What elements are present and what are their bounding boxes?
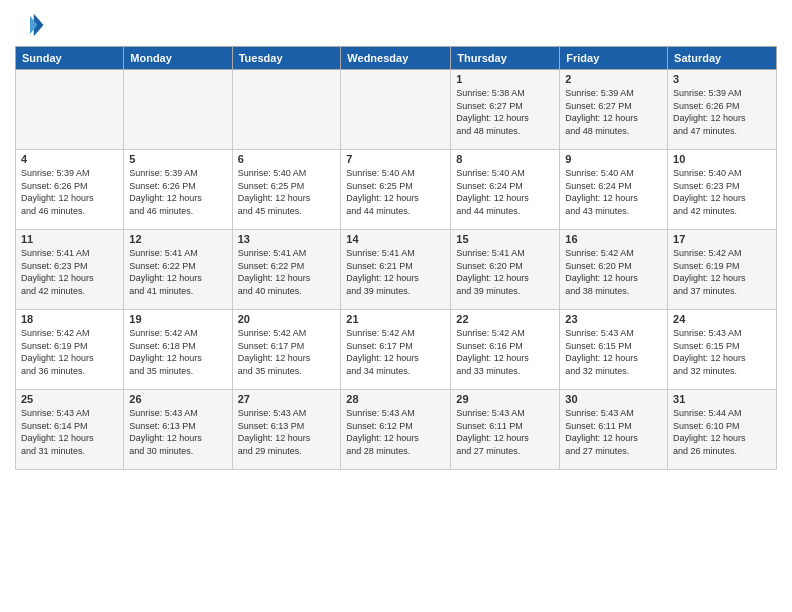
day-info: Sunrise: 5:40 AM Sunset: 6:23 PM Dayligh… bbox=[673, 167, 771, 217]
day-info: Sunrise: 5:43 AM Sunset: 6:12 PM Dayligh… bbox=[346, 407, 445, 457]
day-number: 24 bbox=[673, 313, 771, 325]
day-number: 27 bbox=[238, 393, 336, 405]
day-info: Sunrise: 5:42 AM Sunset: 6:20 PM Dayligh… bbox=[565, 247, 662, 297]
day-number: 11 bbox=[21, 233, 118, 245]
day-info: Sunrise: 5:42 AM Sunset: 6:18 PM Dayligh… bbox=[129, 327, 226, 377]
day-info: Sunrise: 5:42 AM Sunset: 6:17 PM Dayligh… bbox=[346, 327, 445, 377]
day-number: 25 bbox=[21, 393, 118, 405]
calendar-cell: 25Sunrise: 5:43 AM Sunset: 6:14 PM Dayli… bbox=[16, 390, 124, 470]
calendar-cell: 26Sunrise: 5:43 AM Sunset: 6:13 PM Dayli… bbox=[124, 390, 232, 470]
day-info: Sunrise: 5:38 AM Sunset: 6:27 PM Dayligh… bbox=[456, 87, 554, 137]
day-info: Sunrise: 5:39 AM Sunset: 6:27 PM Dayligh… bbox=[565, 87, 662, 137]
day-number: 17 bbox=[673, 233, 771, 245]
day-number: 18 bbox=[21, 313, 118, 325]
calendar-cell: 31Sunrise: 5:44 AM Sunset: 6:10 PM Dayli… bbox=[668, 390, 777, 470]
calendar-cell: 15Sunrise: 5:41 AM Sunset: 6:20 PM Dayli… bbox=[451, 230, 560, 310]
day-number: 1 bbox=[456, 73, 554, 85]
calendar-cell: 5Sunrise: 5:39 AM Sunset: 6:26 PM Daylig… bbox=[124, 150, 232, 230]
day-info: Sunrise: 5:40 AM Sunset: 6:24 PM Dayligh… bbox=[565, 167, 662, 217]
calendar-header-row: SundayMondayTuesdayWednesdayThursdayFrid… bbox=[16, 47, 777, 70]
calendar-cell: 29Sunrise: 5:43 AM Sunset: 6:11 PM Dayli… bbox=[451, 390, 560, 470]
day-number: 2 bbox=[565, 73, 662, 85]
day-number: 8 bbox=[456, 153, 554, 165]
day-info: Sunrise: 5:41 AM Sunset: 6:22 PM Dayligh… bbox=[238, 247, 336, 297]
calendar-cell: 24Sunrise: 5:43 AM Sunset: 6:15 PM Dayli… bbox=[668, 310, 777, 390]
day-number: 15 bbox=[456, 233, 554, 245]
calendar: SundayMondayTuesdayWednesdayThursdayFrid… bbox=[15, 46, 777, 470]
day-header-friday: Friday bbox=[560, 47, 668, 70]
day-info: Sunrise: 5:42 AM Sunset: 6:19 PM Dayligh… bbox=[21, 327, 118, 377]
calendar-cell: 9Sunrise: 5:40 AM Sunset: 6:24 PM Daylig… bbox=[560, 150, 668, 230]
calendar-cell: 27Sunrise: 5:43 AM Sunset: 6:13 PM Dayli… bbox=[232, 390, 341, 470]
day-number: 13 bbox=[238, 233, 336, 245]
day-info: Sunrise: 5:42 AM Sunset: 6:17 PM Dayligh… bbox=[238, 327, 336, 377]
day-number: 21 bbox=[346, 313, 445, 325]
day-info: Sunrise: 5:39 AM Sunset: 6:26 PM Dayligh… bbox=[673, 87, 771, 137]
day-number: 14 bbox=[346, 233, 445, 245]
day-number: 23 bbox=[565, 313, 662, 325]
day-header-monday: Monday bbox=[124, 47, 232, 70]
calendar-week-5: 25Sunrise: 5:43 AM Sunset: 6:14 PM Dayli… bbox=[16, 390, 777, 470]
calendar-cell: 3Sunrise: 5:39 AM Sunset: 6:26 PM Daylig… bbox=[668, 70, 777, 150]
page: SundayMondayTuesdayWednesdayThursdayFrid… bbox=[0, 0, 792, 612]
day-number: 20 bbox=[238, 313, 336, 325]
calendar-week-1: 1Sunrise: 5:38 AM Sunset: 6:27 PM Daylig… bbox=[16, 70, 777, 150]
calendar-cell: 8Sunrise: 5:40 AM Sunset: 6:24 PM Daylig… bbox=[451, 150, 560, 230]
day-number: 28 bbox=[346, 393, 445, 405]
day-info: Sunrise: 5:41 AM Sunset: 6:22 PM Dayligh… bbox=[129, 247, 226, 297]
calendar-cell: 12Sunrise: 5:41 AM Sunset: 6:22 PM Dayli… bbox=[124, 230, 232, 310]
logo bbox=[15, 10, 49, 40]
day-info: Sunrise: 5:43 AM Sunset: 6:13 PM Dayligh… bbox=[129, 407, 226, 457]
day-number: 7 bbox=[346, 153, 445, 165]
day-info: Sunrise: 5:42 AM Sunset: 6:19 PM Dayligh… bbox=[673, 247, 771, 297]
day-header-thursday: Thursday bbox=[451, 47, 560, 70]
day-info: Sunrise: 5:43 AM Sunset: 6:14 PM Dayligh… bbox=[21, 407, 118, 457]
day-info: Sunrise: 5:43 AM Sunset: 6:11 PM Dayligh… bbox=[565, 407, 662, 457]
day-info: Sunrise: 5:42 AM Sunset: 6:16 PM Dayligh… bbox=[456, 327, 554, 377]
calendar-cell: 7Sunrise: 5:40 AM Sunset: 6:25 PM Daylig… bbox=[341, 150, 451, 230]
day-info: Sunrise: 5:41 AM Sunset: 6:20 PM Dayligh… bbox=[456, 247, 554, 297]
day-number: 4 bbox=[21, 153, 118, 165]
day-info: Sunrise: 5:43 AM Sunset: 6:13 PM Dayligh… bbox=[238, 407, 336, 457]
calendar-cell: 4Sunrise: 5:39 AM Sunset: 6:26 PM Daylig… bbox=[16, 150, 124, 230]
calendar-week-3: 11Sunrise: 5:41 AM Sunset: 6:23 PM Dayli… bbox=[16, 230, 777, 310]
day-info: Sunrise: 5:39 AM Sunset: 6:26 PM Dayligh… bbox=[129, 167, 226, 217]
day-number: 30 bbox=[565, 393, 662, 405]
day-info: Sunrise: 5:40 AM Sunset: 6:25 PM Dayligh… bbox=[238, 167, 336, 217]
calendar-cell bbox=[232, 70, 341, 150]
day-info: Sunrise: 5:41 AM Sunset: 6:21 PM Dayligh… bbox=[346, 247, 445, 297]
day-header-saturday: Saturday bbox=[668, 47, 777, 70]
calendar-cell: 23Sunrise: 5:43 AM Sunset: 6:15 PM Dayli… bbox=[560, 310, 668, 390]
calendar-cell: 6Sunrise: 5:40 AM Sunset: 6:25 PM Daylig… bbox=[232, 150, 341, 230]
day-info: Sunrise: 5:43 AM Sunset: 6:15 PM Dayligh… bbox=[565, 327, 662, 377]
day-header-wednesday: Wednesday bbox=[341, 47, 451, 70]
day-number: 19 bbox=[129, 313, 226, 325]
calendar-week-4: 18Sunrise: 5:42 AM Sunset: 6:19 PM Dayli… bbox=[16, 310, 777, 390]
calendar-week-2: 4Sunrise: 5:39 AM Sunset: 6:26 PM Daylig… bbox=[16, 150, 777, 230]
day-number: 22 bbox=[456, 313, 554, 325]
calendar-cell bbox=[341, 70, 451, 150]
header bbox=[15, 10, 777, 40]
calendar-cell: 20Sunrise: 5:42 AM Sunset: 6:17 PM Dayli… bbox=[232, 310, 341, 390]
calendar-cell: 13Sunrise: 5:41 AM Sunset: 6:22 PM Dayli… bbox=[232, 230, 341, 310]
day-info: Sunrise: 5:40 AM Sunset: 6:25 PM Dayligh… bbox=[346, 167, 445, 217]
calendar-cell: 28Sunrise: 5:43 AM Sunset: 6:12 PM Dayli… bbox=[341, 390, 451, 470]
calendar-cell: 18Sunrise: 5:42 AM Sunset: 6:19 PM Dayli… bbox=[16, 310, 124, 390]
day-number: 12 bbox=[129, 233, 226, 245]
calendar-cell: 10Sunrise: 5:40 AM Sunset: 6:23 PM Dayli… bbox=[668, 150, 777, 230]
day-number: 10 bbox=[673, 153, 771, 165]
calendar-cell bbox=[124, 70, 232, 150]
calendar-cell: 11Sunrise: 5:41 AM Sunset: 6:23 PM Dayli… bbox=[16, 230, 124, 310]
day-number: 16 bbox=[565, 233, 662, 245]
day-info: Sunrise: 5:40 AM Sunset: 6:24 PM Dayligh… bbox=[456, 167, 554, 217]
day-number: 5 bbox=[129, 153, 226, 165]
calendar-cell: 21Sunrise: 5:42 AM Sunset: 6:17 PM Dayli… bbox=[341, 310, 451, 390]
calendar-cell: 14Sunrise: 5:41 AM Sunset: 6:21 PM Dayli… bbox=[341, 230, 451, 310]
day-info: Sunrise: 5:43 AM Sunset: 6:11 PM Dayligh… bbox=[456, 407, 554, 457]
calendar-cell: 17Sunrise: 5:42 AM Sunset: 6:19 PM Dayli… bbox=[668, 230, 777, 310]
logo-icon bbox=[15, 10, 45, 40]
day-info: Sunrise: 5:43 AM Sunset: 6:15 PM Dayligh… bbox=[673, 327, 771, 377]
calendar-cell bbox=[16, 70, 124, 150]
day-number: 31 bbox=[673, 393, 771, 405]
day-header-sunday: Sunday bbox=[16, 47, 124, 70]
